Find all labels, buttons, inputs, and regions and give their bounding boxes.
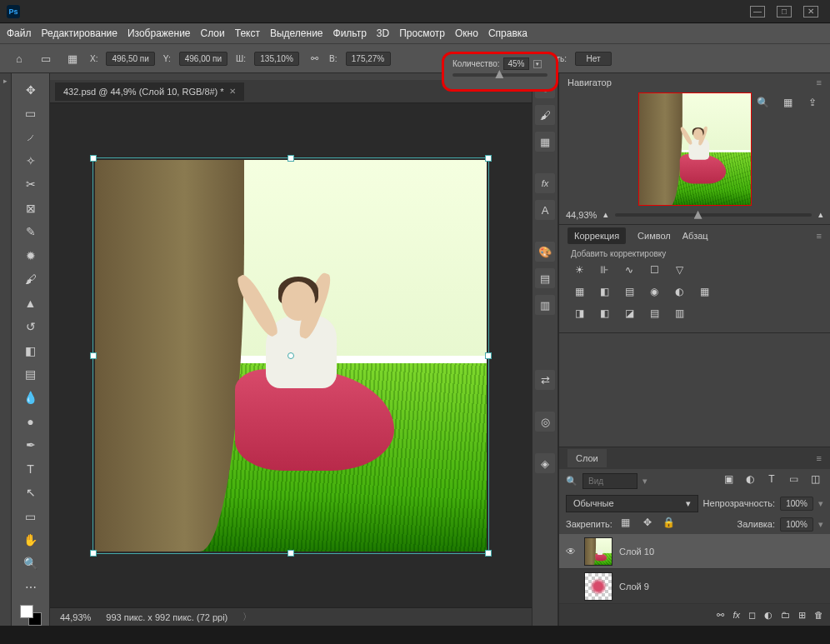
lock-all-icon[interactable]: 🔒 [661,517,678,532]
exposure-icon[interactable]: ☐ [646,264,662,279]
visibility-icon[interactable]: 👁 [564,546,578,557]
crop-tool[interactable]: ✂ [20,175,42,194]
new-layer-icon[interactable]: ⊞ [798,610,806,621]
brightness-icon[interactable]: ☀ [571,264,588,279]
w-value[interactable]: 135,10% [254,52,299,66]
posterize-icon[interactable]: ◧ [596,307,612,322]
amount-dropdown-icon[interactable]: ▾ [533,60,542,68]
menu-edit[interactable]: Редактирование [42,27,118,39]
mixer-icon[interactable]: ◉ [646,286,662,301]
eyedropper-tool[interactable]: ✎ [20,222,42,242]
x-value[interactable]: 496,50 пи [106,52,154,66]
menu-image[interactable]: Изображение [128,27,191,39]
marquee-tool[interactable]: ▭ [20,103,42,122]
menu-3d[interactable]: 3D [377,27,389,39]
shape-tool[interactable]: ▭ [20,507,42,526]
paths-icon[interactable]: ◈ [535,453,555,473]
menu-select[interactable]: Выделение [270,27,323,39]
delete-layer-icon[interactable]: 🗑 [814,610,823,620]
transform-icon[interactable]: ▭ [37,49,55,67]
adj-tab-char[interactable]: Символ [638,231,671,241]
patterns-icon[interactable]: ▤ [535,268,555,288]
menu-layer[interactable]: Слои [201,27,225,39]
nav-title[interactable]: Навигатор [568,77,612,87]
amount-value[interactable]: 45% [503,57,528,70]
layer-thumbnail[interactable] [584,537,612,566]
color-swatches[interactable] [20,605,42,626]
home-icon[interactable]: ⌂ [10,49,28,67]
stamp-tool[interactable]: ▲ [20,293,42,312]
tools-collapse[interactable]: ▸ [0,73,12,626]
selective-icon[interactable]: ▥ [671,307,688,322]
layer-thumbnail[interactable] [584,572,612,601]
link-layers-icon[interactable]: ⚯ [717,610,724,621]
tab-close-icon[interactable]: ✕ [229,87,236,96]
lookup-icon[interactable]: ◐ [671,286,688,301]
frame-tool[interactable]: ⊠ [20,198,42,217]
zoom-out-icon[interactable]: ▴ [603,209,608,220]
zoom-in-icon[interactable]: ▴ [818,209,823,220]
menu-view[interactable]: Просмотр [399,27,445,39]
eraser-tool[interactable]: ◧ [20,341,42,360]
wand-tool[interactable]: ✧ [20,151,42,170]
lut-icon[interactable]: ▦ [696,286,712,301]
filter-image-icon[interactable]: ▣ [720,473,737,488]
gradients-icon[interactable]: ▥ [535,295,555,315]
layer-row[interactable]: Слой 9 [559,569,830,604]
panel-menu-icon[interactable]: ≡ [817,77,822,87]
status-zoom[interactable]: 44,93% [60,612,91,622]
nav-slider[interactable] [615,213,812,217]
layers-tab[interactable]: Слои [568,449,607,467]
filter-smart-icon[interactable]: ◫ [807,473,823,488]
vibrance-icon[interactable]: ▽ [671,264,688,279]
pen-tool[interactable]: ✒ [20,436,42,455]
nav-zoom[interactable]: 44,93% [566,210,597,220]
adjust-icon[interactable]: ⇄ [535,370,555,390]
layer-name[interactable]: Слой 10 [619,547,654,557]
layer-row[interactable]: 👁 Слой 10 [559,534,830,569]
adj-layer-icon[interactable]: ◐ [764,610,772,621]
char-icon[interactable]: A [535,200,555,220]
path-tool[interactable]: ↖ [20,482,42,502]
color-icon[interactable]: 🎨 [535,242,555,262]
move-tool[interactable]: ✥ [20,80,42,99]
navigator-thumbnail[interactable] [638,92,752,206]
opacity-value[interactable]: 100% [780,497,813,511]
filter-adjust-icon[interactable]: ◐ [742,473,758,488]
layer-name[interactable]: Слой 9 [619,582,649,592]
adj-tab-correction[interactable]: Коррекция [568,227,626,244]
panel-menu-icon[interactable]: ≡ [817,453,822,463]
brush-tool[interactable]: 🖌 [20,270,42,289]
y-value[interactable]: 496,00 пи [179,52,228,66]
fill-value[interactable]: 100% [780,517,813,532]
curves-icon[interactable]: ∿ [621,264,638,279]
hsl-icon[interactable]: ▦ [571,286,588,301]
menu-file[interactable]: Файл [7,27,32,39]
blur-tool[interactable]: 💧 [20,388,42,407]
filter-shape-icon[interactable]: ▭ [785,473,802,488]
dodge-tool[interactable]: ● [20,412,42,431]
panel-menu-icon[interactable]: ≡ [817,231,822,241]
type-tool[interactable]: T [20,459,42,478]
lock-position-icon[interactable]: ✥ [639,517,656,532]
bw-icon[interactable]: ◧ [596,286,612,301]
document-tab[interactable]: 432.psd @ 44,9% (Слой 10, RGB/8#) * ✕ [55,82,244,101]
more-tool[interactable]: ⋯ [20,577,42,597]
protect-value[interactable]: Нет [575,52,612,66]
photo-filter-icon[interactable]: ▤ [621,286,638,301]
link-icon[interactable]: ⚯ [308,52,321,65]
gradient-map-icon[interactable]: ▤ [646,307,662,322]
heal-tool[interactable]: ✹ [20,246,42,265]
menu-window[interactable]: Окно [455,27,478,39]
layer-search[interactable] [582,473,638,489]
fx-layers-icon[interactable]: fx [732,610,740,620]
h-value[interactable]: 175,27% [346,52,391,66]
grid-icon[interactable]: ▦ [778,94,797,111]
brushes-icon[interactable]: 🖌 [535,105,555,125]
swatches-icon[interactable]: ▦ [535,132,555,152]
search-icon[interactable]: 🔍 [566,476,578,487]
adj-tab-para[interactable]: Абзац [682,231,708,241]
canvas[interactable] [50,103,532,607]
gradient-tool[interactable]: ▤ [20,364,42,383]
group-icon[interactable]: 🗀 [781,610,790,620]
